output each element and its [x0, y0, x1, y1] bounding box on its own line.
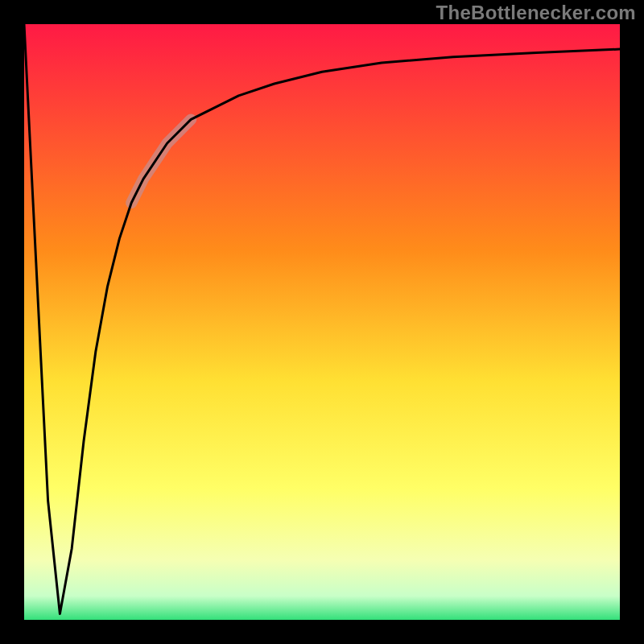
- bottleneck-chart: [0, 0, 644, 644]
- chart-stage: TheBottlenecker.com: [0, 0, 644, 644]
- plot-area: [24, 24, 620, 620]
